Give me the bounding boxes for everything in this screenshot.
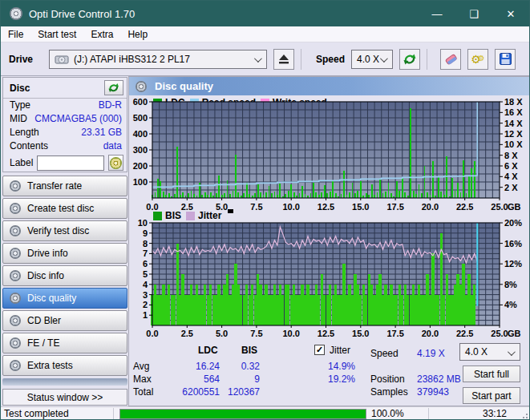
svg-text:12 X: 12 X xyxy=(504,129,523,139)
title-bar: Opti Drive Control 1.70 — ❑ ✕ xyxy=(1,1,529,26)
sidebar-item-label: Transfer rate xyxy=(27,180,82,192)
menu-file[interactable]: File xyxy=(1,26,30,42)
svg-text:100: 100 xyxy=(133,177,148,187)
rescan-disc-button[interactable] xyxy=(104,80,123,95)
sidebar-item-verify-test-disc[interactable]: Verify test disc xyxy=(2,220,127,241)
app-disc-icon xyxy=(10,7,22,20)
start-full-label: Start full xyxy=(474,369,509,380)
ldc-read-speed-chart: 1002003004005006002 X4 X6 X8 X10 X12 X14… xyxy=(129,98,528,215)
svg-text:16%: 16% xyxy=(504,239,522,248)
ldc-avg-value: 16.24 xyxy=(196,361,220,372)
minimize-button[interactable]: — xyxy=(419,1,455,26)
maximize-button[interactable]: ❑ xyxy=(455,1,492,26)
sidebar-item-disc-info[interactable]: Disc info xyxy=(2,265,127,286)
sidebar-item-fe-te[interactable]: FE / TE xyxy=(2,333,127,353)
toolbar: Drive (J:) ATAPI iHBS312 2 PL17 Speed 4.… xyxy=(1,42,529,76)
erase-disc-button[interactable] xyxy=(440,49,461,70)
toolbar-separator xyxy=(427,49,427,70)
test-speed-value: 4.0 X xyxy=(465,346,488,357)
svg-text:4%: 4% xyxy=(504,300,517,309)
disc-label-input[interactable] xyxy=(37,155,104,171)
jitter-checkbox[interactable]: ✓ xyxy=(314,345,325,355)
svg-text:10 X: 10 X xyxy=(504,139,523,149)
floppy-save-icon xyxy=(500,53,512,65)
bis-legend-swatch xyxy=(153,212,162,220)
sidebar-item-drive-info[interactable]: Drive info xyxy=(2,243,127,264)
drive-select[interactable]: (J:) ATAPI iHBS312 2 PL17 xyxy=(49,50,267,69)
disc-row-value: BD-R xyxy=(99,99,122,111)
test-speed-select[interactable]: 4.0 X xyxy=(459,343,520,361)
status-window-button[interactable]: Status window >> xyxy=(2,389,127,406)
svg-text:17.5: 17.5 xyxy=(386,202,403,212)
bis-avg-value: 0.32 xyxy=(241,361,260,372)
gears-icon: ⚙⚙ xyxy=(471,53,485,65)
eject-icon xyxy=(278,54,289,64)
menu-start-test[interactable]: Start test xyxy=(30,26,83,42)
bis-total-value: 120367 xyxy=(228,386,260,398)
svg-text:20%: 20% xyxy=(504,220,522,228)
sidebar-item-label: Create test disc xyxy=(27,203,94,214)
drive-value: (J:) ATAPI iHBS312 2 PL17 xyxy=(74,54,190,65)
jitter-legend-swatch xyxy=(186,212,195,220)
menu-bar: File Start test Extra Help xyxy=(1,26,529,42)
svg-text:9: 9 xyxy=(143,228,148,238)
ldc-max-value: 564 xyxy=(204,374,220,385)
disc-icon xyxy=(10,360,21,371)
eject-button[interactable] xyxy=(273,49,294,70)
menu-extra[interactable]: Extra xyxy=(83,26,120,42)
svg-text:22.5: 22.5 xyxy=(456,202,473,212)
svg-text:7.5: 7.5 xyxy=(250,202,262,212)
jitter-max-marker-icon xyxy=(228,209,233,213)
resize-grip-icon[interactable] xyxy=(520,410,528,418)
svg-text:8%: 8% xyxy=(504,280,517,289)
svg-text:20.0: 20.0 xyxy=(422,329,439,338)
sidebar-item-disc-quality[interactable]: Disc quality xyxy=(2,288,127,309)
disc-info-panel: Disc Type BD-R MID CMCMAGBA5 (000) Lengt… xyxy=(2,77,127,172)
svg-text:300: 300 xyxy=(133,145,148,155)
disc-row-value[interactable]: data xyxy=(103,140,122,152)
samples-stat-value: 379943 xyxy=(417,386,449,398)
svg-text:400: 400 xyxy=(133,129,148,139)
svg-text:8 X: 8 X xyxy=(504,151,518,160)
sidebar-item-transfer-rate[interactable]: Transfer rate xyxy=(2,176,127,196)
svg-text:10.0: 10.0 xyxy=(282,202,299,212)
jitter-avg-value: 14.9% xyxy=(328,361,355,372)
disc-icon xyxy=(10,248,21,259)
svg-text:5.0: 5.0 xyxy=(216,329,228,338)
svg-text:25.0: 25.0 xyxy=(491,202,508,212)
sidebar-item-create-test-disc[interactable]: Create test disc xyxy=(2,198,127,219)
sidebar-item-extra-tests[interactable]: Extra tests xyxy=(2,355,127,376)
statusbar-separator xyxy=(113,408,114,420)
svg-text:10.0: 10.0 xyxy=(282,329,299,338)
disc-row-label: MID xyxy=(10,113,27,125)
svg-text:14 X: 14 X xyxy=(504,119,523,128)
total-row-label: Total xyxy=(133,386,153,398)
gears-button[interactable]: ⚙⚙ xyxy=(467,49,488,70)
svg-text:12%: 12% xyxy=(504,259,522,269)
svg-text:6: 6 xyxy=(143,259,148,269)
disc-row-value: CMCMAGBA5 (000) xyxy=(34,113,122,125)
svg-text:2 X: 2 X xyxy=(504,183,518,192)
save-button[interactable] xyxy=(495,49,516,70)
start-full-button[interactable]: Start full xyxy=(463,365,520,382)
label-field-caption: Label xyxy=(10,157,33,168)
start-part-button[interactable]: Start part xyxy=(463,387,520,404)
svg-text:22.5: 22.5 xyxy=(456,329,473,338)
close-button[interactable]: ✕ xyxy=(492,1,529,26)
progress-percent: 100.0% xyxy=(371,408,404,419)
sidebar-item-cd-bler[interactable]: CD Bler xyxy=(2,310,127,331)
disc-icon xyxy=(10,315,21,326)
speed-select[interactable]: 4.0 X xyxy=(351,50,393,69)
disc-icon xyxy=(10,180,21,192)
status-bar: Test completed 100.0% 33:12 xyxy=(1,406,529,420)
write-label-button[interactable] xyxy=(108,155,123,171)
statusbar-separator xyxy=(428,408,429,420)
svg-text:3: 3 xyxy=(143,290,148,300)
elapsed-time: 33:12 xyxy=(483,408,507,419)
menu-help[interactable]: Help xyxy=(120,26,155,42)
refresh-button[interactable] xyxy=(399,49,420,70)
svg-text:200: 200 xyxy=(133,161,148,171)
svg-text:6 X: 6 X xyxy=(504,161,518,171)
svg-text:2: 2 xyxy=(143,300,148,309)
progress-bar xyxy=(119,409,366,419)
